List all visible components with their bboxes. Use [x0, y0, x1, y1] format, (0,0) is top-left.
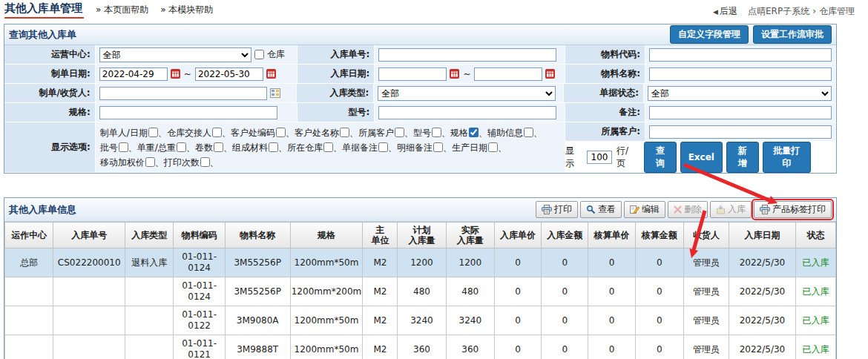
batch-print-button[interactable]: 批量打印: [763, 142, 811, 173]
module-help-link[interactable]: » 本模块帮助: [160, 4, 213, 19]
print-button[interactable]: 打印: [536, 201, 578, 218]
table-row[interactable]: 01-011-01213M9888T1200mm*50mM23603600000…: [5, 335, 836, 359]
table-cell: 480: [446, 277, 494, 306]
table-cell: 已入库: [795, 335, 835, 359]
display-option-label: 制单人/日期: [100, 128, 148, 138]
excel-button[interactable]: Excel: [680, 142, 723, 173]
display-option-checkbox[interactable]: [524, 128, 533, 137]
calendar-icon[interactable]: [171, 69, 180, 79]
display-option-checkbox[interactable]: [145, 157, 155, 167]
column-header: 计划 入库量: [398, 223, 446, 248]
in-type-select[interactable]: 全部: [378, 86, 556, 101]
table-cell: 0: [635, 277, 683, 306]
order-no-input[interactable]: [378, 48, 556, 62]
display-option-label: 单重/总重: [137, 142, 176, 153]
table-cell: 0: [542, 335, 588, 359]
display-option: 卷数、: [195, 142, 232, 153]
page-help-link[interactable]: » 本页面帮助: [96, 4, 148, 19]
display-option-checkbox[interactable]: [378, 142, 388, 152]
make-date-from-input[interactable]: [99, 67, 168, 81]
display-option-label: 组成材料: [232, 142, 268, 153]
table-cell: 01-011-0122: [174, 306, 225, 335]
calendar-icon[interactable]: [266, 69, 276, 79]
maker-input[interactable]: [99, 87, 267, 100]
table-cell: 3M55256P: [225, 277, 290, 306]
table-cell: 1200mm*200m: [290, 277, 363, 306]
edit-button[interactable]: 编辑: [624, 201, 665, 218]
make-date-to-input[interactable]: [195, 67, 263, 81]
material-name-input[interactable]: [649, 67, 832, 81]
custom-fields-button[interactable]: 自定义字段管理: [670, 25, 749, 44]
table-cell: 0: [588, 306, 635, 335]
display-option-label: 单据备注: [342, 142, 378, 153]
order-no-label: 入库单号:: [331, 48, 370, 61]
display-option-checkbox[interactable]: [214, 142, 223, 152]
back-link[interactable]: ◀后退: [713, 5, 737, 18]
table-row[interactable]: 01-011-01223M9080A1200mm*50mM23240324000…: [5, 306, 836, 335]
op-center-select[interactable]: 全部: [99, 47, 251, 62]
option-separator: 、: [333, 142, 342, 153]
view-button[interactable]: 查看: [580, 201, 622, 218]
display-option-checkbox[interactable]: [488, 142, 498, 152]
remark-input[interactable]: [649, 106, 832, 119]
display-option-checkbox[interactable]: [200, 157, 210, 167]
display-option-checkbox[interactable]: [433, 142, 443, 152]
product-label-print-button[interactable]: 产品标签打印: [754, 201, 832, 218]
column-header: 物料编码: [174, 223, 225, 248]
table-row[interactable]: 01-011-01243M55256P1200mm*200mM248048000…: [5, 277, 836, 306]
calendar-icon[interactable]: [450, 69, 459, 79]
display-option-checkbox[interactable]: [148, 128, 158, 137]
material-code-input[interactable]: [649, 48, 832, 62]
table-cell: 已入库: [795, 306, 835, 335]
printer-icon: [542, 205, 552, 214]
table-cell: 0: [588, 277, 635, 306]
display-option-checkbox[interactable]: [469, 128, 479, 137]
table-row[interactable]: 总部CS022200010退料入库01-011-01243M55256P1200…: [5, 248, 836, 277]
breadcrumb-section[interactable]: 仓库管理: [819, 6, 855, 16]
option-separator: 、: [223, 142, 232, 153]
table-cell: 01-011-0124: [174, 248, 225, 277]
display-option-checkbox[interactable]: [323, 142, 333, 152]
in-date-to-input[interactable]: [474, 67, 542, 81]
spec-input[interactable]: [99, 106, 277, 119]
person-picker-icon[interactable]: [270, 88, 280, 98]
table-cell: [125, 277, 174, 306]
model-input[interactable]: [378, 106, 556, 119]
column-header: 状态: [795, 223, 835, 248]
display-option-checkbox[interactable]: [269, 142, 278, 152]
doc-status-select[interactable]: 全部: [648, 86, 832, 101]
table-cell: 0: [494, 248, 541, 277]
display-option-checkbox[interactable]: [177, 142, 186, 152]
table-cell: 3240: [446, 306, 494, 335]
table-cell: 0: [635, 335, 683, 359]
remark-label: 备注:: [619, 106, 640, 119]
customer-input[interactable]: [649, 125, 832, 139]
material-name-label: 物料名称:: [601, 67, 640, 80]
table-cell: 2022/5/30: [729, 277, 796, 306]
display-option: 单重/总重、: [137, 142, 195, 153]
display-option-checkbox[interactable]: [276, 128, 286, 137]
delete-button: 删除: [668, 201, 708, 218]
material-code-label: 物料代码:: [601, 48, 640, 61]
display-option-checkbox[interactable]: [432, 128, 441, 137]
display-option: 打印次数、: [164, 157, 219, 168]
display-option-checkbox[interactable]: [212, 128, 222, 137]
display-option-checkbox[interactable]: [395, 128, 404, 137]
display-options-list: 制单人/日期、仓库交接人、客户处编码、客户处名称、所属客户、型号、规格、辅助信息…: [96, 122, 565, 173]
model-label: 型号:: [349, 106, 370, 119]
option-separator: 、: [210, 157, 219, 168]
toolbar-button-label: 产品标签打印: [772, 203, 826, 216]
calendar-icon[interactable]: [545, 69, 555, 79]
display-option-checkbox[interactable]: [119, 142, 128, 152]
warehouse-checkbox[interactable]: [254, 50, 264, 59]
in-date-from-input[interactable]: [378, 67, 447, 81]
table-cell: 0: [635, 306, 683, 335]
rows-per-page-input[interactable]: [587, 151, 612, 164]
column-header: 入库单价: [494, 223, 541, 248]
workflow-setup-button[interactable]: 设置工作流审批: [753, 25, 832, 44]
query-button[interactable]: 查询: [644, 142, 677, 173]
column-header: 主 单位: [363, 223, 398, 248]
display-option-checkbox[interactable]: [340, 128, 349, 137]
breadcrumb-app[interactable]: 点晴ERP子系统: [748, 6, 809, 16]
add-button[interactable]: 新增: [726, 142, 759, 173]
